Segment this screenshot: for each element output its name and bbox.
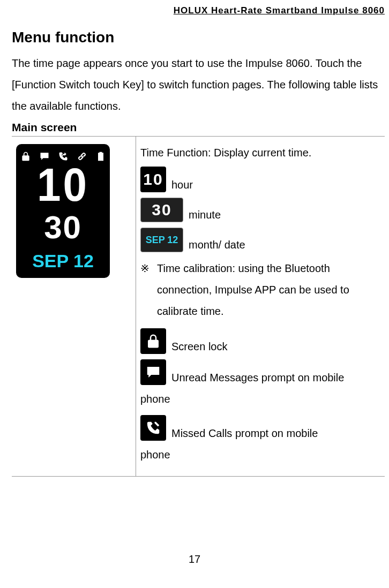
main-screen-table: 10 30 SEP 12 Time Function: Display curr… (12, 136, 385, 477)
screen-lock-icon-box (140, 328, 166, 354)
missed-label-trail: phone (140, 444, 380, 465)
minute-box-digit: 30 (152, 202, 171, 217)
time-function-text: Time Function: Display current time. (140, 142, 380, 163)
missed-call-icon (145, 420, 161, 436)
monthdate-label: month/ date (189, 237, 245, 252)
minute-label: minute (189, 207, 221, 222)
hour-box-digit: 10 (143, 172, 163, 187)
device-screenshot: 10 30 SEP 12 (16, 144, 110, 278)
calibration-note: Time calibration: using the Bluetooth co… (157, 258, 380, 322)
main-screen-heading: Main screen (12, 121, 385, 134)
missed-label: Missed Calls prompt on mobile (171, 426, 318, 441)
section-title: Menu function (12, 29, 385, 46)
monthdate-box: SEP 12 (140, 228, 183, 252)
screenshot-date: SEP 12 (16, 250, 110, 272)
note-symbol: ※ (140, 258, 149, 322)
table-right-cell: Time Function: Display current time. 10 … (136, 137, 385, 477)
battery-icon (95, 150, 107, 162)
lock-icon (20, 150, 32, 162)
screenshot-minute: 30 (16, 212, 110, 244)
unread-icon-box (140, 359, 166, 385)
intro-paragraph: The time page appears once you start to … (12, 52, 385, 117)
hour-label: hour (171, 177, 193, 192)
hour-box: 10 (140, 167, 166, 192)
screen-lock-label: Screen lock (171, 339, 228, 354)
unread-label-trail: phone (140, 388, 380, 410)
table-left-cell: 10 30 SEP 12 (12, 137, 136, 477)
page-number: 17 (0, 553, 389, 566)
monthdate-box-text: SEP 12 (146, 232, 178, 247)
page-header: HOLUX Heart-Rate Smartband Impulse 8060 (12, 5, 385, 19)
unread-label: Unread Messages prompt on mobile (171, 370, 344, 385)
screenshot-hour: 10 (16, 161, 110, 208)
missed-icon-box (140, 415, 166, 441)
lock-icon (145, 333, 161, 349)
message-icon (145, 364, 161, 380)
minute-box: 30 (140, 198, 183, 222)
